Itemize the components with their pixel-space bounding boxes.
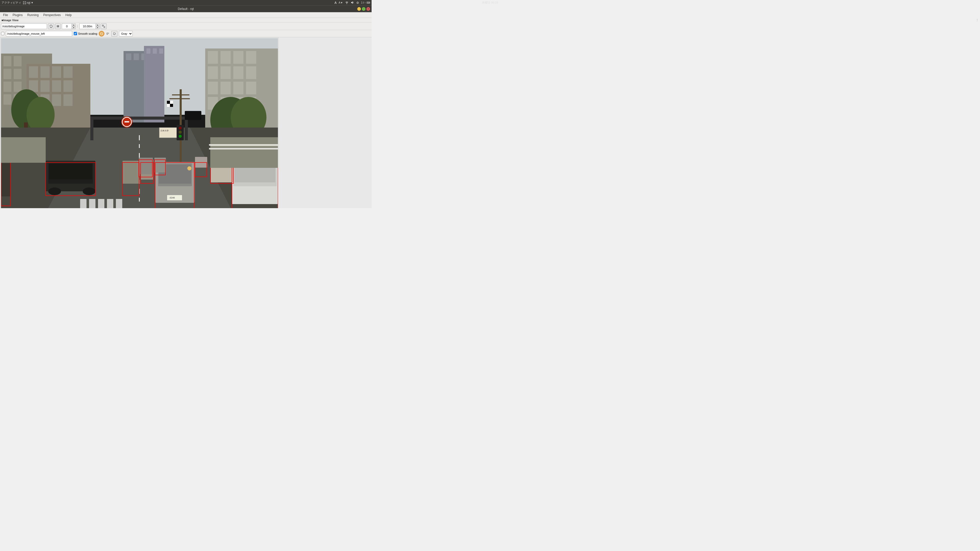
- svg-rect-133: [210, 137, 278, 168]
- svg-rect-80: [90, 118, 94, 140]
- svg-marker-14: [113, 33, 114, 33]
- svg-rect-51: [221, 51, 231, 64]
- font-size-icon[interactable]: A▼: [339, 1, 343, 4]
- close-button[interactable]: ✕: [366, 7, 370, 11]
- panel-title-text: ■Image View: [2, 19, 18, 22]
- svg-rect-109: [49, 164, 92, 179]
- svg-rect-27: [41, 66, 49, 78]
- window-controls: ─ □ ✕: [357, 7, 370, 11]
- app-label[interactable]: rqt: [27, 1, 30, 5]
- spin-box-value: ▲ ▼: [62, 24, 76, 29]
- svg-rect-87: [159, 127, 177, 138]
- pause-button[interactable]: [55, 24, 61, 29]
- volume-icon[interactable]: [351, 1, 354, 5]
- speaker-icon: [351, 1, 354, 4]
- svg-marker-5: [351, 1, 353, 4]
- dropdown-arrow[interactable]: ▼: [31, 1, 33, 4]
- svg-rect-81: [185, 118, 188, 140]
- svg-rect-23: [3, 94, 11, 105]
- topic-input[interactable]: [1, 24, 47, 29]
- spin-time-arrows: ▲ ▼: [96, 24, 100, 29]
- svg-point-111: [83, 187, 95, 195]
- topic2-input[interactable]: [6, 31, 72, 37]
- spin-value-input[interactable]: [62, 24, 72, 29]
- svg-rect-118: [123, 161, 140, 184]
- svg-rect-78: [107, 199, 113, 208]
- topic2-checkbox[interactable]: [1, 32, 4, 35]
- activity-label[interactable]: アクティビティ: [2, 1, 21, 5]
- wifi-signal-icon: [345, 1, 348, 4]
- svg-rect-99: [170, 104, 173, 107]
- spin-time-up-button[interactable]: ▲: [96, 24, 100, 26]
- font-icon[interactable]: A: [334, 1, 337, 5]
- window-title: Default - rqt: [178, 7, 194, 11]
- svg-rect-45: [144, 46, 164, 122]
- svg-rect-53: [246, 51, 256, 64]
- rotate-button[interactable]: [111, 31, 118, 37]
- spin-time-input[interactable]: [80, 24, 96, 29]
- smooth-scaling-checkbox[interactable]: [74, 32, 77, 35]
- svg-rect-22: [14, 82, 21, 92]
- svg-rect-86: [124, 121, 129, 122]
- refresh-icon: [49, 24, 53, 28]
- svg-rect-82: [90, 117, 188, 120]
- refresh-button[interactable]: [48, 24, 54, 29]
- toolbar-row2: Smooth scaling 0° Gray Jet Hot Cool HSV: [0, 30, 372, 37]
- maximize-button[interactable]: □: [362, 7, 366, 11]
- svg-rect-116: [1, 163, 11, 197]
- svg-rect-98: [167, 104, 170, 107]
- wifi-icon[interactable]: [345, 1, 348, 5]
- fit-button[interactable]: [100, 24, 107, 29]
- spin-down-button[interactable]: ▼: [72, 26, 76, 29]
- fit-icon: [102, 24, 105, 28]
- image-view-container[interactable]: 日本大学 -3246: [1, 38, 278, 208]
- svg-rect-58: [208, 82, 218, 94]
- spin-time-down-button[interactable]: ▼: [96, 26, 100, 29]
- main-content-area: 日本大学 -3246: [0, 37, 372, 208]
- smooth-icon-button[interactable]: [99, 31, 104, 37]
- svg-rect-36: [52, 94, 61, 106]
- svg-point-94: [179, 130, 182, 134]
- colormap-select[interactable]: Gray Jet Hot Cool HSV: [119, 31, 133, 37]
- toolbar-separator: |: [77, 25, 78, 27]
- menu-perspectives[interactable]: Perspectives: [41, 13, 63, 17]
- svg-point-95: [179, 135, 182, 138]
- svg-rect-120: [139, 158, 153, 174]
- system-tray: A A▼ ⚙ 1⇧↑ ⌨: [334, 1, 370, 5]
- toolbar-row1: ▲ ▼ | ▲ ▼: [0, 22, 372, 30]
- angle-value: 0°: [107, 32, 109, 35]
- minimize-button[interactable]: ─: [357, 7, 361, 11]
- svg-rect-136: [209, 148, 278, 149]
- svg-rect-132: [1, 137, 46, 163]
- svg-rect-90: [172, 94, 189, 95]
- scene-image: 日本大学 -3246: [1, 38, 278, 208]
- menu-file[interactable]: File: [1, 13, 10, 17]
- svg-rect-7: [57, 25, 58, 27]
- spin-arrows: ▲ ▼: [72, 24, 76, 29]
- svg-rect-32: [52, 80, 61, 92]
- svg-rect-59: [221, 82, 231, 94]
- svg-rect-29: [64, 66, 73, 78]
- svg-rect-57: [246, 66, 256, 79]
- right-panel: [279, 37, 372, 208]
- svg-rect-0: [23, 1, 24, 3]
- svg-rect-79: [116, 199, 122, 208]
- menu-plugins[interactable]: Plugins: [11, 13, 24, 17]
- svg-rect-20: [14, 69, 21, 79]
- svg-rect-50: [208, 51, 218, 64]
- svg-marker-6: [50, 27, 51, 27]
- menu-help[interactable]: Help: [63, 13, 74, 17]
- settings-icon[interactable]: ⚙: [356, 1, 359, 5]
- system-bar: アクティビティ rqt ▼ 木曜日 00:33 A A▼: [0, 0, 372, 6]
- svg-rect-56: [233, 66, 243, 79]
- smooth-scaling-label[interactable]: Smooth scaling: [74, 32, 97, 35]
- spin-up-button[interactable]: ▲: [72, 24, 76, 26]
- title-bar: Default - rqt ─ □ ✕: [0, 6, 372, 12]
- systembar-left: アクティビティ rqt ▼: [2, 1, 33, 5]
- svg-rect-42: [126, 54, 131, 60]
- svg-rect-76: [89, 199, 95, 208]
- menu-running[interactable]: Running: [25, 13, 41, 17]
- svg-rect-26: [29, 66, 38, 78]
- spin-box-time: ▲ ▼: [80, 24, 100, 29]
- svg-rect-97: [170, 101, 173, 104]
